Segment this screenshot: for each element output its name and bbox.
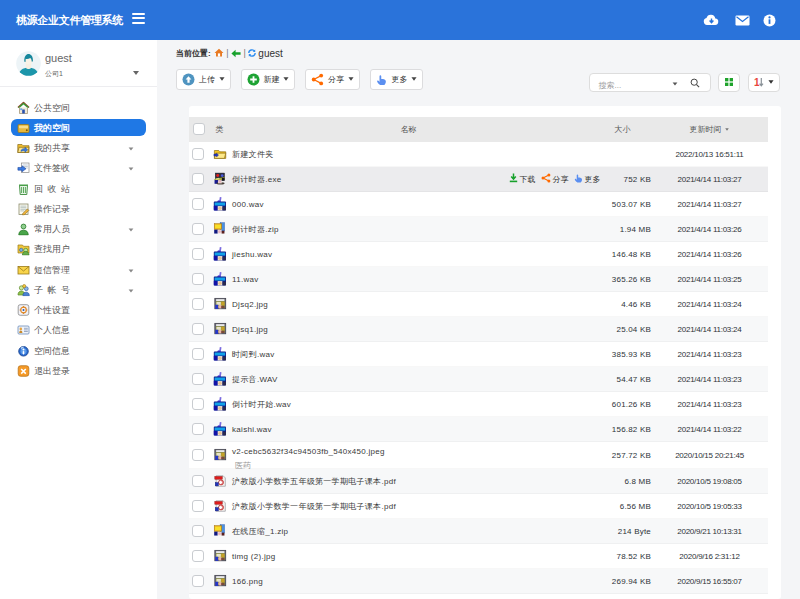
svg-text:1: 1: [754, 77, 760, 88]
